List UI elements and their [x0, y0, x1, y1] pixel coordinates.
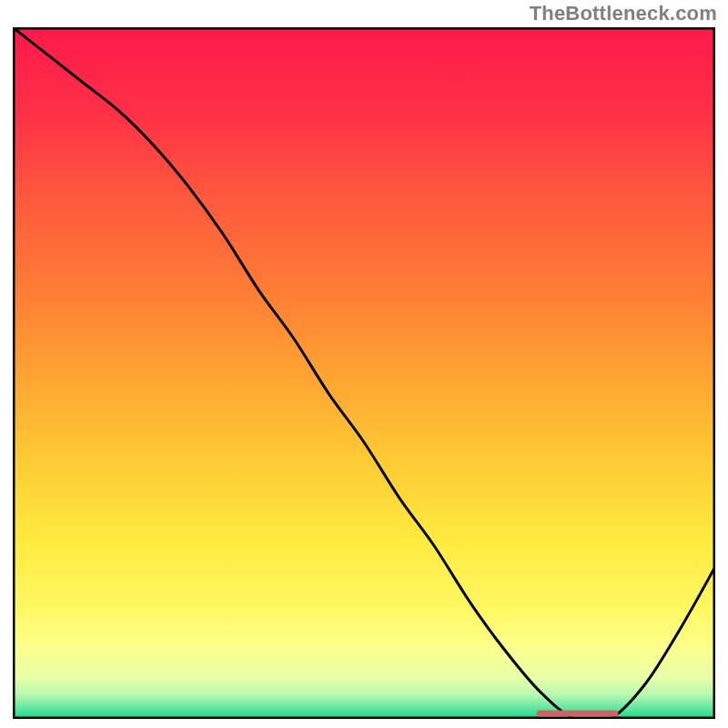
- chart-background: [13, 27, 715, 719]
- chart-plot: [13, 27, 715, 719]
- chart-svg: [13, 27, 715, 719]
- watermark-text: TheBottleneck.com: [530, 2, 717, 25]
- chart-frame: TheBottleneck.com: [0, 0, 728, 728]
